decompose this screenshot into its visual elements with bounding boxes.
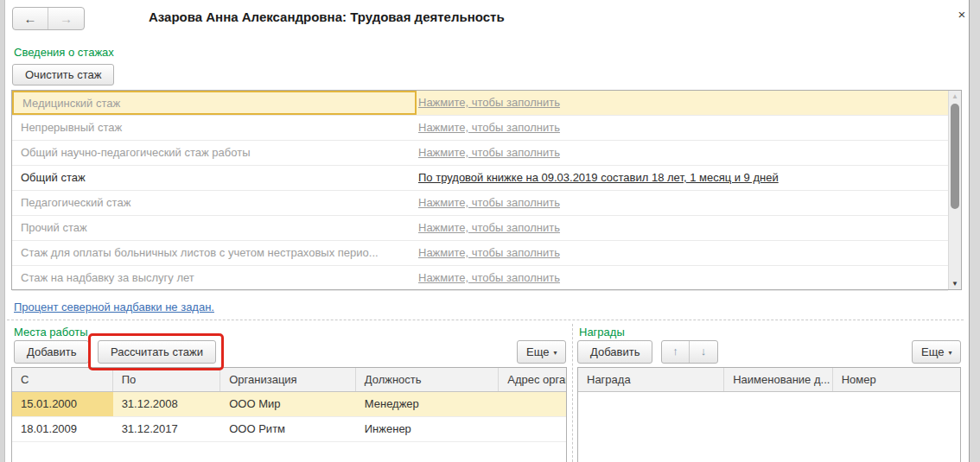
cell-from[interactable]: 15.01.2000 [12, 392, 113, 416]
awards-table: Награда Наименование д... Номер [577, 367, 961, 462]
cell-from[interactable]: 18.01.2009 [12, 417, 113, 441]
column-header-address[interactable]: Адрес орган [499, 368, 566, 391]
stage-type-label: Общий научно-педагогический стаж работы [12, 141, 417, 165]
forward-button[interactable]: → [48, 8, 84, 29]
stage-row[interactable]: Педагогический стаж Нажмите, чтобы запол… [12, 191, 948, 216]
employment-window: ← → Азарова Анна Александровна: Трудовая… [0, 0, 980, 462]
cell-position[interactable]: Менеджер [356, 392, 499, 416]
stages-scrollbar[interactable]: ▲ ▼ [948, 91, 961, 289]
column-header-award[interactable]: Награда [578, 368, 724, 391]
cell-to[interactable]: 31.12.2008 [113, 392, 221, 416]
workplaces-section-label: Места работы [14, 326, 88, 339]
move-up-button[interactable]: ↑ [662, 341, 690, 363]
cell-position[interactable]: Инженер [356, 417, 499, 441]
back-arrow-icon: ← [24, 11, 37, 26]
awards-table-header: Награда Наименование д... Номер [578, 368, 960, 392]
fill-stage-link[interactable]: Нажмите, чтобы заполнить [418, 146, 560, 159]
stages-table-body: Медицинский стаж Нажмите, чтобы заполнит… [12, 91, 948, 289]
column-header-from[interactable]: С [12, 368, 113, 391]
stage-type-label: Непрерывный стаж [12, 116, 417, 140]
forward-arrow-icon: → [60, 11, 73, 26]
table-row[interactable]: 18.01.2009 31.12.2017 ООО Ритм Инженер [12, 417, 566, 442]
fill-stage-link[interactable]: Нажмите, чтобы заполнить [418, 196, 560, 209]
column-header-number[interactable]: Номер [833, 368, 960, 391]
stage-type-label: Общий стаж [12, 166, 417, 190]
fill-stage-link[interactable]: Нажмите, чтобы заполнить [418, 96, 560, 109]
table-row[interactable]: 15.01.2000 31.12.2008 ООО Мир Менеджер [12, 392, 566, 417]
reorder-buttons-group: ↑ ↓ [661, 340, 718, 364]
fill-stage-link[interactable]: Нажмите, чтобы заполнить [418, 221, 560, 234]
cell-address[interactable] [499, 392, 566, 416]
stage-type-label: Стаж для оплаты больничных листов с учет… [12, 241, 417, 265]
awards-section-label: Награды [579, 326, 625, 339]
workplaces-table-header: С По Организация Должность Адрес орган [12, 368, 566, 392]
dropdown-arrow-icon: ▾ [553, 349, 557, 357]
close-icon: × [958, 7, 966, 22]
stage-row[interactable]: Медицинский стаж Нажмите, чтобы заполнит… [12, 91, 948, 116]
fill-stage-link[interactable]: Нажмите, чтобы заполнить [418, 271, 560, 284]
total-stage-value-link[interactable]: По трудовой книжке на 09.03.2019 состави… [418, 171, 779, 184]
more-button-label: Еще [526, 345, 549, 358]
stage-row[interactable]: Непрерывный стаж Нажмите, чтобы заполнит… [12, 116, 948, 141]
up-arrow-icon: ↑ [672, 345, 678, 358]
move-down-button[interactable]: ↓ [690, 341, 717, 363]
history-nav-group: ← → [12, 7, 85, 30]
stage-type-label: Медицинский стаж [12, 91, 417, 115]
workplaces-table: С По Организация Должность Адрес орган 1… [11, 367, 567, 462]
column-header-organization[interactable]: Организация [220, 368, 356, 391]
northern-allowance-link[interactable]: Процент северной надбавки не задан. [14, 301, 214, 313]
horizontal-separator [7, 320, 964, 320]
cell-organization[interactable]: ООО Мир [220, 392, 356, 416]
add-award-button[interactable]: Добавить [577, 340, 652, 364]
column-header-to[interactable]: По [113, 368, 221, 391]
stage-type-label: Прочий стаж [12, 216, 417, 240]
fill-stage-link[interactable]: Нажмите, чтобы заполнить [418, 246, 560, 259]
page-title: Азарова Анна Александровна: Трудовая дея… [149, 9, 505, 24]
add-workplace-button[interactable]: Добавить [14, 340, 89, 364]
down-arrow-icon: ↓ [701, 345, 707, 358]
window-left-border [0, 0, 5, 462]
back-button[interactable]: ← [13, 8, 48, 29]
stage-type-label: Стаж на надбавку за выслугу лет [12, 266, 417, 290]
stage-type-label: Педагогический стаж [12, 191, 417, 215]
more-button-label: Еще [921, 345, 944, 358]
scroll-up-icon[interactable]: ▲ [949, 92, 961, 100]
clear-stage-button[interactable]: Очистить стаж [12, 64, 114, 85]
cell-to[interactable]: 31.12.2017 [113, 417, 221, 441]
close-button[interactable]: × [954, 7, 970, 22]
column-header-position[interactable]: Должность [356, 368, 499, 391]
stages-table: Медицинский стаж Нажмите, чтобы заполнит… [11, 90, 962, 290]
stage-row[interactable]: Прочий стаж Нажмите, чтобы заполнить [12, 216, 948, 241]
cell-address[interactable] [499, 417, 566, 441]
scrollbar-thumb[interactable] [951, 104, 959, 209]
stage-row[interactable]: Стаж на надбавку за выслугу лет Нажмите,… [12, 266, 948, 291]
calculate-stages-button[interactable]: Рассчитать стажи [98, 340, 216, 364]
window-right-border [969, 0, 980, 462]
stage-row[interactable]: Общий научно-педагогический стаж работы … [12, 141, 948, 166]
column-header-document-name[interactable]: Наименование д... [724, 368, 832, 391]
section-separator [572, 324, 573, 462]
stage-row[interactable]: Стаж для оплаты больничных листов с учет… [12, 241, 948, 266]
workplaces-more-button[interactable]: Еще▾ [517, 340, 566, 364]
stage-row[interactable]: Общий стаж По трудовой книжке на 09.03.2… [12, 166, 948, 191]
dropdown-arrow-icon: ▾ [948, 349, 951, 357]
cell-organization[interactable]: ООО Ритм [220, 417, 356, 441]
stages-section-label: Сведения о стажах [14, 46, 114, 59]
awards-more-button[interactable]: Еще▾ [912, 340, 961, 364]
fill-stage-link[interactable]: Нажмите, чтобы заполнить [418, 121, 560, 134]
scroll-down-icon[interactable]: ▼ [949, 280, 961, 288]
